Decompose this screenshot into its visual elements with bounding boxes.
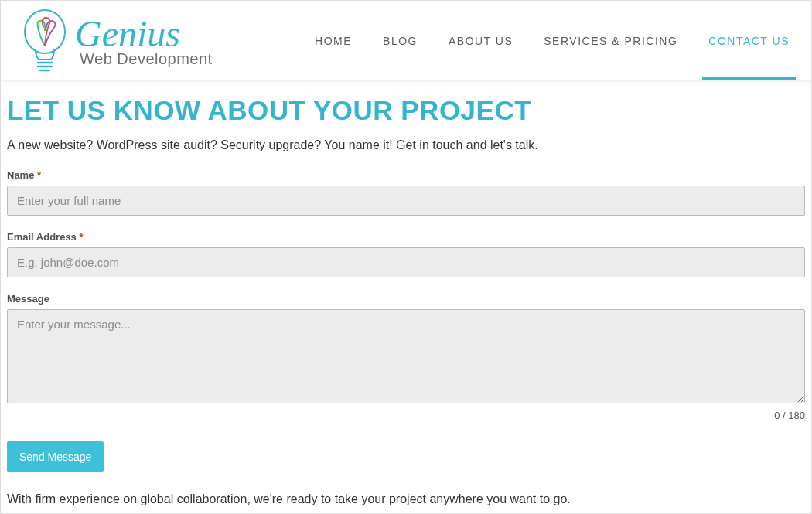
required-marker: * — [79, 231, 83, 243]
header: Genius Web Development HOME BLOG ABOUT U… — [1, 1, 811, 81]
name-input[interactable] — [7, 186, 805, 216]
footer-text: With firm experience on global collabora… — [7, 492, 805, 506]
svg-point-0 — [25, 10, 65, 53]
email-input[interactable] — [7, 247, 805, 277]
message-input[interactable] — [7, 309, 805, 403]
name-label-text: Name — [7, 169, 34, 181]
brand-tagline: Web Development — [80, 51, 213, 66]
main-nav: HOME BLOG ABOUT US SERVICES & PRICING CO… — [315, 9, 790, 73]
required-marker: * — [37, 169, 41, 181]
nav-services[interactable]: SERVICES & PRICING — [544, 9, 677, 73]
main-content: LET US KNOW ABOUT YOUR PROJECT A new web… — [1, 81, 811, 512]
page-title: LET US KNOW ABOUT YOUR PROJECT — [7, 95, 805, 126]
nav-about[interactable]: ABOUT US — [449, 9, 513, 73]
nav-contact[interactable]: CONTACT US — [708, 9, 790, 73]
email-label: Email Address * — [7, 231, 805, 243]
nav-home[interactable]: HOME — [315, 9, 352, 73]
brand-logo[interactable]: Genius Web Development — [22, 9, 213, 73]
email-field-group: Email Address * — [7, 231, 805, 277]
message-field-group: Message 0 / 180 — [7, 293, 805, 421]
message-label: Message — [7, 293, 805, 305]
page-intro: A new website? WordPress site audit? Sec… — [7, 138, 805, 152]
lightbulb-icon — [22, 9, 67, 73]
nav-blog[interactable]: BLOG — [383, 9, 418, 73]
brand-text: Genius Web Development — [75, 15, 213, 66]
brand-name: Genius — [75, 15, 213, 53]
email-label-text: Email Address — [7, 231, 77, 243]
name-field-group: Name * — [7, 169, 805, 216]
char-counter: 0 / 180 — [7, 410, 805, 421]
name-label: Name * — [7, 169, 805, 181]
send-message-button[interactable]: Send Message — [7, 441, 104, 472]
